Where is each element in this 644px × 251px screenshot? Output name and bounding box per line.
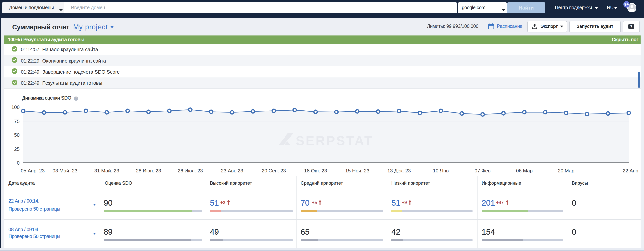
svg-text:100: 100 xyxy=(12,104,20,110)
svg-text:07 Фев: 07 Фев xyxy=(474,168,490,174)
svg-text:03 Май. 23: 03 Май. 23 xyxy=(52,168,77,174)
svg-text:25: 25 xyxy=(14,146,20,152)
svg-text:05 Апр. 23: 05 Апр. 23 xyxy=(21,168,44,174)
svg-text:75: 75 xyxy=(14,118,20,124)
svg-text:23 Авг. 23: 23 Авг. 23 xyxy=(221,168,243,174)
svg-text:31 Май. 23: 31 Май. 23 xyxy=(94,168,119,174)
svg-text:26 Июл. 23: 26 Июл. 23 xyxy=(178,168,203,174)
svg-text:06 Мар: 06 Мар xyxy=(516,168,532,174)
svg-text:18 Окт. 23: 18 Окт. 23 xyxy=(304,168,327,174)
svg-text:13 Дек. 23: 13 Дек. 23 xyxy=(387,168,411,174)
svg-text:10 Янв: 10 Янв xyxy=(433,168,449,174)
svg-text:22 Апр: 22 Апр xyxy=(623,168,638,174)
svg-text:20 Мар: 20 Мар xyxy=(558,168,574,174)
svg-text:SERPSTAT: SERPSTAT xyxy=(296,133,374,148)
svg-text:0: 0 xyxy=(17,160,20,166)
svg-text:28 Июн. 23: 28 Июн. 23 xyxy=(136,168,161,174)
svg-text:15 Ноя. 23: 15 Ноя. 23 xyxy=(345,168,370,174)
svg-text:50: 50 xyxy=(14,132,20,138)
svg-text:20 Сен. 23: 20 Сен. 23 xyxy=(262,168,286,174)
